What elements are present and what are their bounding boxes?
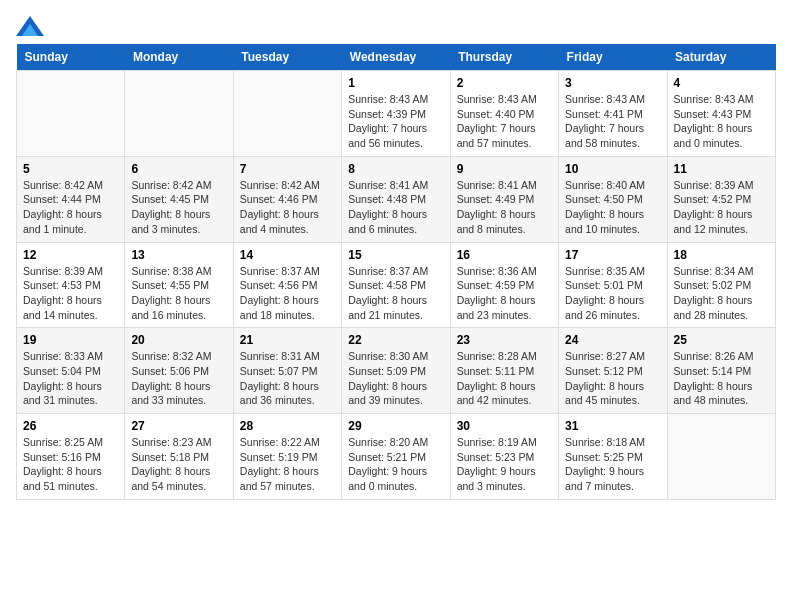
- day-number: 15: [348, 248, 443, 262]
- day-info: Sunrise: 8:18 AM Sunset: 5:25 PM Dayligh…: [565, 435, 660, 494]
- calendar-cell: 6Sunrise: 8:42 AM Sunset: 4:45 PM Daylig…: [125, 156, 233, 242]
- day-number: 29: [348, 419, 443, 433]
- day-number: 31: [565, 419, 660, 433]
- day-number: 9: [457, 162, 552, 176]
- calendar-cell: 13Sunrise: 8:38 AM Sunset: 4:55 PM Dayli…: [125, 242, 233, 328]
- weekday-header-friday: Friday: [559, 44, 667, 71]
- calendar-cell: 27Sunrise: 8:23 AM Sunset: 5:18 PM Dayli…: [125, 414, 233, 500]
- calendar-week-row: 5Sunrise: 8:42 AM Sunset: 4:44 PM Daylig…: [17, 156, 776, 242]
- calendar-cell: 4Sunrise: 8:43 AM Sunset: 4:43 PM Daylig…: [667, 71, 775, 157]
- day-number: 7: [240, 162, 335, 176]
- day-number: 5: [23, 162, 118, 176]
- calendar-cell: [125, 71, 233, 157]
- day-number: 12: [23, 248, 118, 262]
- calendar-cell: [17, 71, 125, 157]
- day-info: Sunrise: 8:38 AM Sunset: 4:55 PM Dayligh…: [131, 264, 226, 323]
- calendar-cell: 21Sunrise: 8:31 AM Sunset: 5:07 PM Dayli…: [233, 328, 341, 414]
- calendar-cell: 7Sunrise: 8:42 AM Sunset: 4:46 PM Daylig…: [233, 156, 341, 242]
- day-number: 4: [674, 76, 769, 90]
- calendar-week-row: 26Sunrise: 8:25 AM Sunset: 5:16 PM Dayli…: [17, 414, 776, 500]
- calendar-week-row: 19Sunrise: 8:33 AM Sunset: 5:04 PM Dayli…: [17, 328, 776, 414]
- day-number: 1: [348, 76, 443, 90]
- day-info: Sunrise: 8:40 AM Sunset: 4:50 PM Dayligh…: [565, 178, 660, 237]
- day-number: 25: [674, 333, 769, 347]
- calendar-cell: [667, 414, 775, 500]
- calendar-week-row: 12Sunrise: 8:39 AM Sunset: 4:53 PM Dayli…: [17, 242, 776, 328]
- calendar-cell: 9Sunrise: 8:41 AM Sunset: 4:49 PM Daylig…: [450, 156, 558, 242]
- day-info: Sunrise: 8:33 AM Sunset: 5:04 PM Dayligh…: [23, 349, 118, 408]
- calendar-cell: 15Sunrise: 8:37 AM Sunset: 4:58 PM Dayli…: [342, 242, 450, 328]
- day-info: Sunrise: 8:23 AM Sunset: 5:18 PM Dayligh…: [131, 435, 226, 494]
- calendar-cell: 23Sunrise: 8:28 AM Sunset: 5:11 PM Dayli…: [450, 328, 558, 414]
- day-number: 19: [23, 333, 118, 347]
- day-info: Sunrise: 8:34 AM Sunset: 5:02 PM Dayligh…: [674, 264, 769, 323]
- day-number: 14: [240, 248, 335, 262]
- day-number: 11: [674, 162, 769, 176]
- calendar-cell: 29Sunrise: 8:20 AM Sunset: 5:21 PM Dayli…: [342, 414, 450, 500]
- calendar-cell: 14Sunrise: 8:37 AM Sunset: 4:56 PM Dayli…: [233, 242, 341, 328]
- day-number: 10: [565, 162, 660, 176]
- day-number: 22: [348, 333, 443, 347]
- day-number: 30: [457, 419, 552, 433]
- calendar-cell: 5Sunrise: 8:42 AM Sunset: 4:44 PM Daylig…: [17, 156, 125, 242]
- day-number: 17: [565, 248, 660, 262]
- calendar-cell: 8Sunrise: 8:41 AM Sunset: 4:48 PM Daylig…: [342, 156, 450, 242]
- calendar-cell: 17Sunrise: 8:35 AM Sunset: 5:01 PM Dayli…: [559, 242, 667, 328]
- day-number: 20: [131, 333, 226, 347]
- calendar-cell: 19Sunrise: 8:33 AM Sunset: 5:04 PM Dayli…: [17, 328, 125, 414]
- day-info: Sunrise: 8:42 AM Sunset: 4:45 PM Dayligh…: [131, 178, 226, 237]
- day-info: Sunrise: 8:20 AM Sunset: 5:21 PM Dayligh…: [348, 435, 443, 494]
- day-number: 16: [457, 248, 552, 262]
- calendar-cell: 16Sunrise: 8:36 AM Sunset: 4:59 PM Dayli…: [450, 242, 558, 328]
- day-info: Sunrise: 8:39 AM Sunset: 4:52 PM Dayligh…: [674, 178, 769, 237]
- day-info: Sunrise: 8:39 AM Sunset: 4:53 PM Dayligh…: [23, 264, 118, 323]
- calendar-cell: 22Sunrise: 8:30 AM Sunset: 5:09 PM Dayli…: [342, 328, 450, 414]
- calendar-cell: 1Sunrise: 8:43 AM Sunset: 4:39 PM Daylig…: [342, 71, 450, 157]
- weekday-header-monday: Monday: [125, 44, 233, 71]
- calendar-cell: 30Sunrise: 8:19 AM Sunset: 5:23 PM Dayli…: [450, 414, 558, 500]
- calendar-cell: 28Sunrise: 8:22 AM Sunset: 5:19 PM Dayli…: [233, 414, 341, 500]
- calendar-table: SundayMondayTuesdayWednesdayThursdayFrid…: [16, 44, 776, 500]
- day-info: Sunrise: 8:42 AM Sunset: 4:46 PM Dayligh…: [240, 178, 335, 237]
- day-info: Sunrise: 8:43 AM Sunset: 4:40 PM Dayligh…: [457, 92, 552, 151]
- day-info: Sunrise: 8:41 AM Sunset: 4:49 PM Dayligh…: [457, 178, 552, 237]
- day-info: Sunrise: 8:43 AM Sunset: 4:41 PM Dayligh…: [565, 92, 660, 151]
- weekday-header-wednesday: Wednesday: [342, 44, 450, 71]
- day-number: 18: [674, 248, 769, 262]
- day-info: Sunrise: 8:28 AM Sunset: 5:11 PM Dayligh…: [457, 349, 552, 408]
- day-number: 27: [131, 419, 226, 433]
- calendar-cell: 18Sunrise: 8:34 AM Sunset: 5:02 PM Dayli…: [667, 242, 775, 328]
- day-info: Sunrise: 8:30 AM Sunset: 5:09 PM Dayligh…: [348, 349, 443, 408]
- day-info: Sunrise: 8:26 AM Sunset: 5:14 PM Dayligh…: [674, 349, 769, 408]
- day-number: 21: [240, 333, 335, 347]
- day-info: Sunrise: 8:43 AM Sunset: 4:43 PM Dayligh…: [674, 92, 769, 151]
- day-number: 2: [457, 76, 552, 90]
- day-info: Sunrise: 8:19 AM Sunset: 5:23 PM Dayligh…: [457, 435, 552, 494]
- weekday-header-thursday: Thursday: [450, 44, 558, 71]
- day-info: Sunrise: 8:36 AM Sunset: 4:59 PM Dayligh…: [457, 264, 552, 323]
- day-info: Sunrise: 8:35 AM Sunset: 5:01 PM Dayligh…: [565, 264, 660, 323]
- weekday-header-sunday: Sunday: [17, 44, 125, 71]
- day-number: 28: [240, 419, 335, 433]
- calendar-week-row: 1Sunrise: 8:43 AM Sunset: 4:39 PM Daylig…: [17, 71, 776, 157]
- calendar-cell: 3Sunrise: 8:43 AM Sunset: 4:41 PM Daylig…: [559, 71, 667, 157]
- day-info: Sunrise: 8:37 AM Sunset: 4:56 PM Dayligh…: [240, 264, 335, 323]
- calendar-cell: 20Sunrise: 8:32 AM Sunset: 5:06 PM Dayli…: [125, 328, 233, 414]
- logo: [16, 16, 48, 36]
- calendar-cell: 24Sunrise: 8:27 AM Sunset: 5:12 PM Dayli…: [559, 328, 667, 414]
- weekday-header-saturday: Saturday: [667, 44, 775, 71]
- calendar-cell: 25Sunrise: 8:26 AM Sunset: 5:14 PM Dayli…: [667, 328, 775, 414]
- day-number: 6: [131, 162, 226, 176]
- day-number: 8: [348, 162, 443, 176]
- day-number: 23: [457, 333, 552, 347]
- header: [16, 16, 776, 36]
- day-number: 24: [565, 333, 660, 347]
- day-info: Sunrise: 8:32 AM Sunset: 5:06 PM Dayligh…: [131, 349, 226, 408]
- calendar-cell: 10Sunrise: 8:40 AM Sunset: 4:50 PM Dayli…: [559, 156, 667, 242]
- day-info: Sunrise: 8:42 AM Sunset: 4:44 PM Dayligh…: [23, 178, 118, 237]
- calendar-cell: 26Sunrise: 8:25 AM Sunset: 5:16 PM Dayli…: [17, 414, 125, 500]
- calendar-cell: 11Sunrise: 8:39 AM Sunset: 4:52 PM Dayli…: [667, 156, 775, 242]
- day-info: Sunrise: 8:43 AM Sunset: 4:39 PM Dayligh…: [348, 92, 443, 151]
- calendar-cell: [233, 71, 341, 157]
- day-info: Sunrise: 8:22 AM Sunset: 5:19 PM Dayligh…: [240, 435, 335, 494]
